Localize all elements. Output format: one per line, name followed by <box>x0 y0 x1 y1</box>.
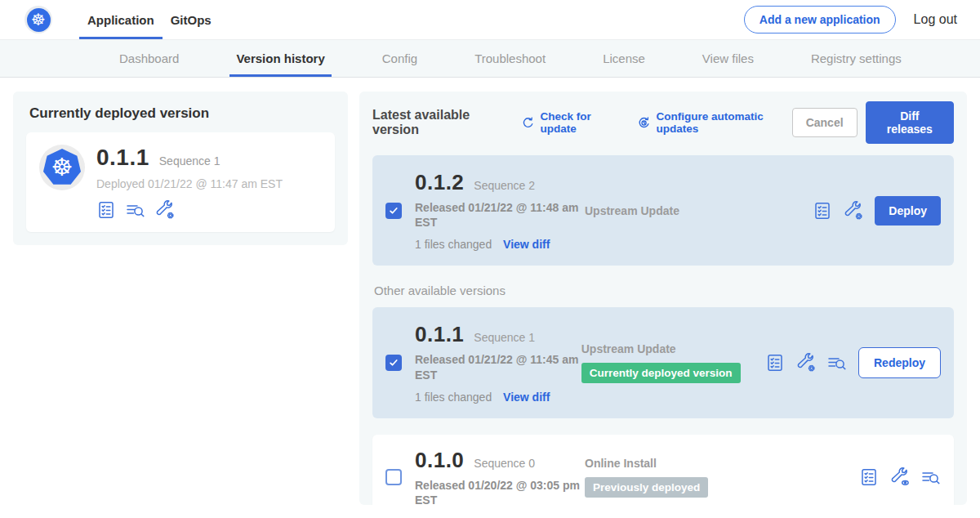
main-content: Currently deployed version ☸ 0.1.1 Seque… <box>0 78 980 518</box>
sequence-label: Sequence 0 <box>474 457 535 470</box>
version-source: Online Install <box>585 457 773 470</box>
currently-deployed-badge: Currently deployed version <box>581 363 741 383</box>
view-files-diff-icon[interactable] <box>126 200 145 220</box>
subnav-license[interactable]: License <box>596 40 652 77</box>
deploy-button[interactable]: Deploy <box>875 196 941 226</box>
kubernetes-wheel-icon: ☸ <box>27 8 51 32</box>
version-number: 0.1.2 <box>415 170 464 195</box>
add-application-button[interactable]: Add a new application <box>744 6 896 33</box>
kubernetes-logo: ☸ <box>24 6 52 33</box>
latest-available-title: Latest available version <box>372 108 504 137</box>
app-logo: ☸ <box>39 145 85 190</box>
subnav-troubleshoot[interactable]: Troubleshoot <box>468 40 552 77</box>
released-timestamp: Released 01/21/22 @ 11:45 am EST <box>415 352 581 382</box>
subnav-view-files[interactable]: View files <box>696 40 760 77</box>
version-row-0-1-2: 0.1.2 Sequence 2 Released 01/21/22 @ 11:… <box>372 155 954 266</box>
released-timestamp: Released 01/21/22 @ 11:48 am EST <box>415 200 585 230</box>
deployed-version-card: ☸ 0.1.1 Sequence 1 Deployed 01/21/22 @ 1… <box>26 132 335 232</box>
version-source: Upstream Update <box>581 342 765 355</box>
version-history-panel: Latest available version Check for updat… <box>359 92 967 505</box>
configure-automatic-updates-link[interactable]: Configure automatic updates <box>638 110 791 135</box>
previously-deployed-badge: Previously deployed <box>585 477 708 498</box>
refresh-icon <box>522 116 534 130</box>
app-subnav: Dashboard Version history Config Trouble… <box>0 39 980 78</box>
subnav-config[interactable]: Config <box>376 40 424 77</box>
files-changed-label: 1 files changed <box>415 238 492 251</box>
version-row-0-1-1: 0.1.1 Sequence 1 Released 01/21/22 @ 11:… <box>372 307 954 418</box>
version-checkbox[interactable] <box>385 355 402 371</box>
version-checkbox[interactable] <box>385 469 402 485</box>
files-changed-label: 1 files changed <box>415 391 492 404</box>
tab-gitops[interactable]: GitOps <box>163 0 220 39</box>
sequence-label: Sequence 2 <box>474 179 535 192</box>
version-number: 0.1.0 <box>415 448 464 473</box>
version-row-0-1-0: 0.1.0 Sequence 0 Released 01/20/22 @ 03:… <box>372 435 954 505</box>
redeploy-button[interactable]: Redeploy <box>858 347 941 378</box>
subnav-registry-settings[interactable]: Registry settings <box>804 40 908 77</box>
version-number: 0.1.1 <box>415 322 464 347</box>
kubernetes-wheel-icon: ☸ <box>43 149 81 186</box>
release-notes-icon[interactable] <box>859 467 879 487</box>
top-nav: ☸ Application GitOps Add a new applicati… <box>0 0 980 39</box>
release-notes-icon[interactable] <box>96 200 116 220</box>
edit-config-icon[interactable] <box>844 201 863 221</box>
version-checkbox[interactable] <box>385 203 402 219</box>
cancel-button[interactable]: Cancel <box>792 108 858 137</box>
schedule-update-icon <box>638 116 650 130</box>
view-config-icon[interactable] <box>890 467 910 487</box>
edit-config-icon[interactable] <box>796 353 816 373</box>
logout-button[interactable]: Log out <box>914 12 957 27</box>
release-notes-icon[interactable] <box>765 353 785 373</box>
view-diff-link[interactable]: View diff <box>503 391 550 404</box>
edit-config-icon[interactable] <box>155 200 175 220</box>
diff-releases-button[interactable]: Diff releases <box>866 101 954 144</box>
release-notes-icon[interactable] <box>813 201 832 221</box>
deployed-version-number: 0.1.1 <box>96 145 149 171</box>
currently-deployed-panel: Currently deployed version ☸ 0.1.1 Seque… <box>13 92 348 245</box>
subnav-dashboard[interactable]: Dashboard <box>113 40 185 77</box>
view-files-diff-icon[interactable] <box>827 353 847 373</box>
view-diff-link[interactable]: View diff <box>503 238 550 251</box>
released-timestamp: Released 01/20/22 @ 03:05 pm EST <box>415 478 585 505</box>
deployed-timestamp: Deployed 01/21/22 @ 11:47 am EST <box>96 177 283 190</box>
currently-deployed-title: Currently deployed version <box>26 105 335 122</box>
check-for-update-link[interactable]: Check for update <box>522 110 620 135</box>
tab-application[interactable]: Application <box>79 0 163 39</box>
subnav-version-history[interactable]: Version history <box>229 40 331 77</box>
other-versions-label: Other available versions <box>374 284 954 297</box>
deployed-sequence-label: Sequence 1 <box>159 154 220 167</box>
version-source: Upstream Update <box>585 204 773 217</box>
view-files-diff-icon[interactable] <box>921 467 941 487</box>
sequence-label: Sequence 1 <box>474 331 535 344</box>
